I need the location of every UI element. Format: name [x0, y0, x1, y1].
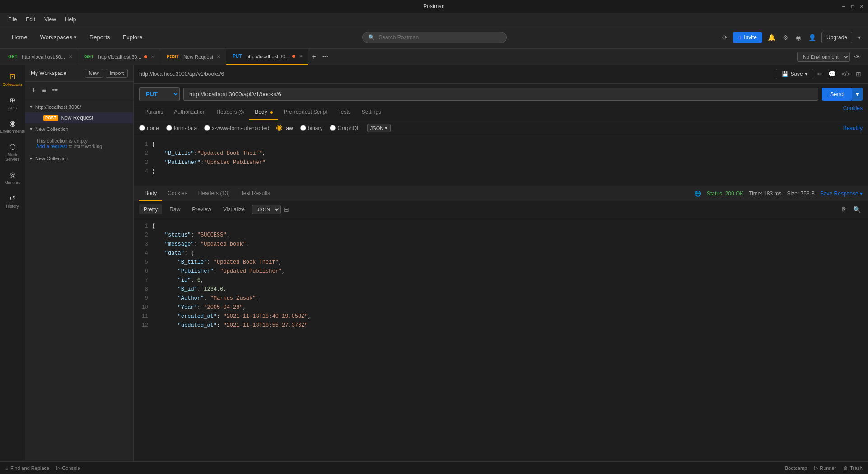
tab-2[interactable]: GET http://localhost:30... ✕ — [78, 49, 160, 65]
sync-icon[interactable]: ⟳ — [720, 32, 729, 43]
tab-3[interactable]: POST New Request ✕ — [160, 49, 226, 65]
send-dropdown-button[interactable]: ▾ — [852, 88, 863, 101]
minimize-button[interactable]: ─ — [841, 4, 846, 9]
nav-workspaces[interactable]: Workspaces ▾ — [34, 31, 83, 43]
option-graphql[interactable]: GraphQL — [330, 125, 359, 131]
sidebar-item-history[interactable]: ↺ History — [2, 191, 23, 212]
collection-localhost[interactable]: ▾ http://localhost:3000/ — [25, 101, 133, 112]
environment-select[interactable]: No Environment — [797, 52, 850, 62]
menu-edit[interactable]: Edit — [22, 14, 39, 24]
edit-icon[interactable]: ✏ — [816, 69, 824, 79]
env-settings-icon[interactable]: 👁 — [853, 51, 863, 62]
settings-icon[interactable]: ⚙ — [781, 32, 790, 43]
tab-prerequest[interactable]: Pre-request Script — [278, 105, 333, 120]
console-button[interactable]: ▷ Console — [56, 465, 80, 471]
tab-tests[interactable]: Tests — [333, 105, 356, 120]
send-button[interactable]: Send — [822, 88, 852, 101]
collection-new-2[interactable]: ▸ New Collection — [25, 153, 133, 164]
tab-close-2[interactable]: ✕ — [150, 54, 155, 60]
filter-icon[interactable]: ⊟ — [284, 206, 289, 213]
menu-file[interactable]: File — [5, 14, 20, 24]
find-replace-button[interactable]: ⌕ Find and Replace — [5, 465, 49, 471]
nav-explore[interactable]: Explore — [117, 31, 149, 43]
sidebar-item-apis[interactable]: ⊕ APIs — [2, 92, 23, 114]
sidebar-item-monitors[interactable]: ◎ Monitors — [2, 167, 23, 189]
sidebar-item-environments[interactable]: ◉ Environments — [2, 116, 23, 137]
context-icon[interactable]: ⊞ — [854, 69, 863, 79]
option-none[interactable]: none — [139, 125, 159, 131]
window-controls: ─ □ ✕ — [841, 4, 864, 9]
json-format-selector[interactable]: JSON ▾ — [367, 124, 391, 132]
collection-new-1[interactable]: ▾ New Collection — [25, 123, 133, 135]
close-button[interactable]: ✕ — [859, 4, 864, 9]
more-options-icon[interactable]: ••• — [51, 85, 60, 95]
beautify-button[interactable]: Beautify — [843, 125, 863, 131]
tab-settings[interactable]: Settings — [356, 105, 387, 120]
tab-close-3[interactable]: ✕ — [216, 54, 221, 60]
bell-icon[interactable]: ◉ — [794, 32, 803, 43]
trash-button[interactable]: 🗑 Trash — [843, 465, 863, 471]
view-tab-visualize[interactable]: Visualize — [219, 204, 249, 214]
tab-authorization[interactable]: Authorization — [168, 105, 211, 120]
sidebar-icons: ⊡ Collections ⊕ APIs ◉ Environments ⬡ Mo… — [0, 65, 25, 461]
avatar-icon[interactable]: 👤 — [807, 32, 818, 43]
copy-icon[interactable]: ⎘ — [840, 204, 848, 215]
invite-button[interactable]: + Invite — [733, 32, 762, 43]
search-input[interactable] — [378, 34, 501, 41]
tabs-bar: GET http://localhost:30... ✕ GET http://… — [0, 49, 868, 65]
menu-help[interactable]: Help — [61, 14, 80, 24]
save-button[interactable]: 💾 Save ▾ — [776, 69, 813, 79]
workspace-title: My Workspace — [31, 70, 66, 76]
sidebar-item-collections[interactable]: ⊡ Collections — [2, 69, 23, 90]
view-tab-pretty[interactable]: Pretty — [139, 204, 162, 214]
tab-close-4[interactable]: ✕ — [298, 53, 303, 59]
response-tab-body[interactable]: Body — [139, 186, 162, 201]
response-tab-test-results[interactable]: Test Results — [235, 186, 275, 201]
method-select[interactable]: PUT — [139, 87, 180, 101]
upgrade-dropdown-icon[interactable]: ▾ — [856, 32, 863, 43]
response-tab-headers[interactable]: Headers (13) — [193, 186, 235, 201]
code-icon[interactable]: </> — [840, 69, 852, 79]
cookies-button[interactable]: Cookies — [843, 105, 863, 120]
option-raw[interactable]: raw — [276, 125, 293, 131]
view-tab-preview[interactable]: Preview — [187, 204, 216, 214]
response-status: 🌐 Status: 200 OK Time: 183 ms Size: 753 … — [695, 188, 863, 200]
option-form-data[interactable]: form-data — [166, 125, 197, 131]
request-new-request[interactable]: POST New Request — [25, 112, 133, 123]
import-button[interactable]: Import — [106, 69, 128, 78]
request-body-editor[interactable]: 1 2 3 4 { "B_title":"Updated Book Theif"… — [134, 136, 868, 186]
nav-reports[interactable]: Reports — [83, 31, 117, 43]
option-binary[interactable]: binary — [300, 125, 323, 131]
sort-icon[interactable]: ≡ — [40, 85, 47, 96]
body-dot — [270, 111, 273, 114]
comment-icon[interactable]: 💬 — [827, 69, 837, 79]
tab-body[interactable]: Body — [249, 105, 278, 120]
notifications-icon[interactable]: 🔔 — [766, 32, 777, 43]
tab-close-1[interactable]: ✕ — [68, 54, 73, 60]
upgrade-button[interactable]: Upgrade — [821, 32, 852, 43]
bootcamp-button[interactable]: Bootcamp — [785, 465, 807, 471]
response-tab-cookies[interactable]: Cookies — [162, 186, 192, 201]
maximize-button[interactable]: □ — [850, 4, 855, 9]
menu-view[interactable]: View — [41, 14, 60, 24]
search-response-icon[interactable]: 🔍 — [851, 204, 863, 215]
nav-home[interactable]: Home — [5, 31, 34, 43]
url-input[interactable] — [183, 88, 818, 101]
save-response-button[interactable]: Save Response ▾ — [820, 191, 863, 197]
tab-4[interactable]: PUT http://localhost:30... ✕ — [226, 49, 308, 65]
new-tab-button[interactable]: + — [308, 49, 320, 65]
more-tabs-button[interactable]: ••• — [320, 54, 331, 60]
sidebar-item-mock-servers[interactable]: ⬡ Mock Servers — [2, 139, 23, 165]
tab-params[interactable]: Params — [139, 105, 168, 120]
tab-1[interactable]: GET http://localhost:30... ✕ — [2, 49, 78, 65]
response-format-select[interactable]: JSON — [252, 205, 281, 214]
bottom-right: Bootcamp ▷ Runner 🗑 Trash — [785, 465, 863, 471]
add-collection-icon[interactable]: + — [30, 84, 37, 96]
response-area: Body Cookies Headers (13) Test Results 🌐… — [134, 186, 868, 330]
view-tab-raw[interactable]: Raw — [165, 204, 185, 214]
tab-headers[interactable]: Headers (9) — [211, 105, 249, 120]
new-button[interactable]: New — [85, 69, 103, 78]
option-urlencoded[interactable]: x-www-form-urlencoded — [204, 125, 269, 131]
runner-button[interactable]: ▷ Runner — [814, 465, 836, 471]
add-request-link[interactable]: Add a request — [36, 144, 67, 149]
